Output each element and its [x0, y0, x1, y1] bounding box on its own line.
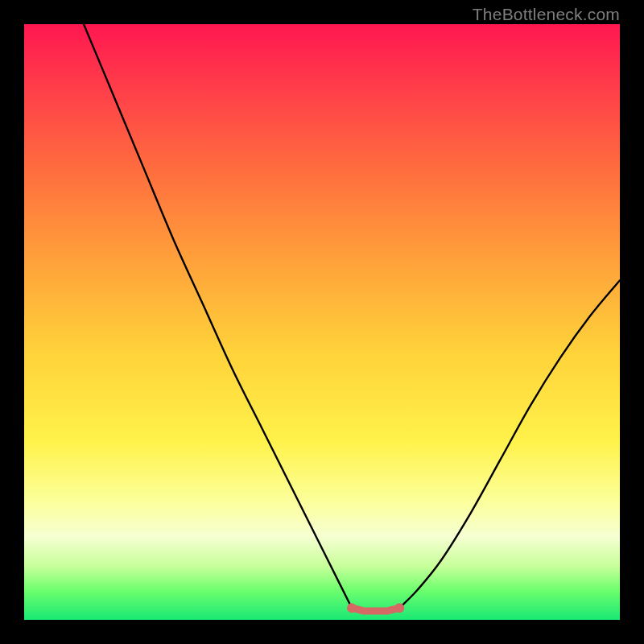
watermark-text: TheBottleneck.com [473, 5, 620, 24]
curve-left-branch [84, 24, 352, 608]
flat-endpoint-right-dot [394, 603, 404, 613]
chart-frame: TheBottleneck.com [0, 0, 644, 644]
curve-right-branch [399, 280, 620, 608]
plot-area [24, 24, 620, 620]
flat-minimum-segment [352, 608, 399, 611]
bottleneck-curve [24, 24, 620, 620]
flat-endpoint-left-dot [347, 603, 357, 613]
